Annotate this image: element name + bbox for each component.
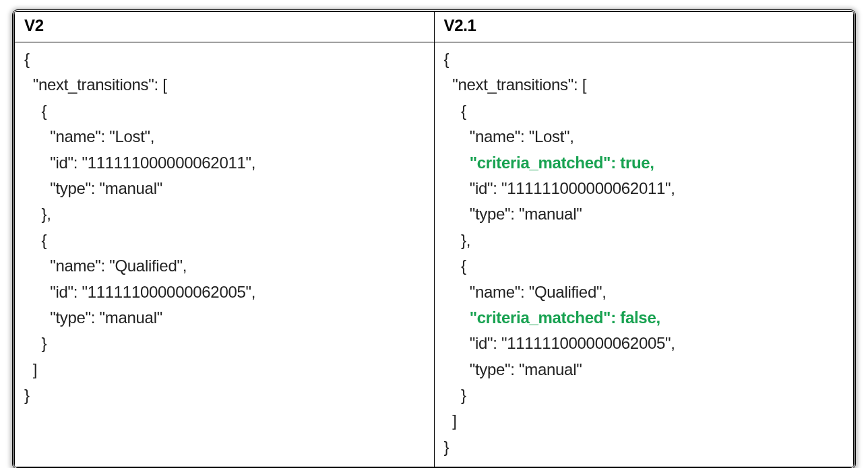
code-line: {	[24, 102, 46, 120]
code-line: },	[24, 205, 51, 223]
code-line: "id": "111111000000062011",	[444, 179, 675, 197]
code-cell-v2-1: { "next_transitions": [ { "name": "Lost"…	[434, 42, 854, 467]
comparison-table-frame: V2 V2.1 { "next_transitions": [ { "name"…	[12, 9, 856, 468]
code-line: "id": "111111000000062011",	[24, 154, 255, 172]
code-block-v2: { "next_transitions": [ { "name": "Lost"…	[24, 46, 426, 408]
code-line: ]	[24, 360, 37, 378]
code-line: ]	[444, 411, 457, 430]
code-line: "type": "manual"	[24, 308, 162, 327]
code-indent	[444, 308, 470, 327]
code-line: "name": "Lost",	[444, 127, 574, 145]
code-line: "next_transitions": [	[444, 75, 587, 94]
code-indent	[444, 154, 470, 172]
code-line: }	[444, 386, 466, 404]
code-line: "type": "manual"	[444, 360, 582, 378]
code-line: "next_transitions": [	[24, 75, 167, 94]
highlighted-line: "criteria_matched": false,	[470, 308, 660, 327]
code-block-v2-1: { "next_transitions": [ { "name": "Lost"…	[444, 46, 846, 460]
code-line: "name": "Lost",	[24, 127, 154, 145]
comparison-table: V2 V2.1 { "next_transitions": [ { "name"…	[14, 11, 854, 467]
code-line: }	[444, 438, 450, 456]
code-line: "name": "Qualified",	[24, 257, 187, 275]
code-line: {	[444, 50, 450, 68]
code-line: "id": "111111000000062005",	[444, 334, 675, 352]
code-line: {	[444, 257, 466, 275]
code-line: },	[444, 231, 471, 249]
code-line: }	[24, 334, 46, 352]
code-cell-v2: { "next_transitions": [ { "name": "Lost"…	[15, 42, 435, 467]
column-header-v2: V2	[15, 12, 435, 42]
code-line: "type": "manual"	[24, 179, 162, 197]
code-line: {	[444, 102, 466, 120]
code-line: }	[24, 386, 30, 404]
code-line: "name": "Qualified",	[444, 283, 607, 301]
code-line: "type": "manual"	[444, 205, 582, 223]
code-line: {	[24, 231, 46, 249]
column-header-v2-1: V2.1	[434, 12, 854, 42]
code-line: "id": "111111000000062005",	[24, 283, 255, 301]
highlighted-line: "criteria_matched": true,	[470, 154, 654, 172]
code-line: {	[24, 50, 30, 68]
